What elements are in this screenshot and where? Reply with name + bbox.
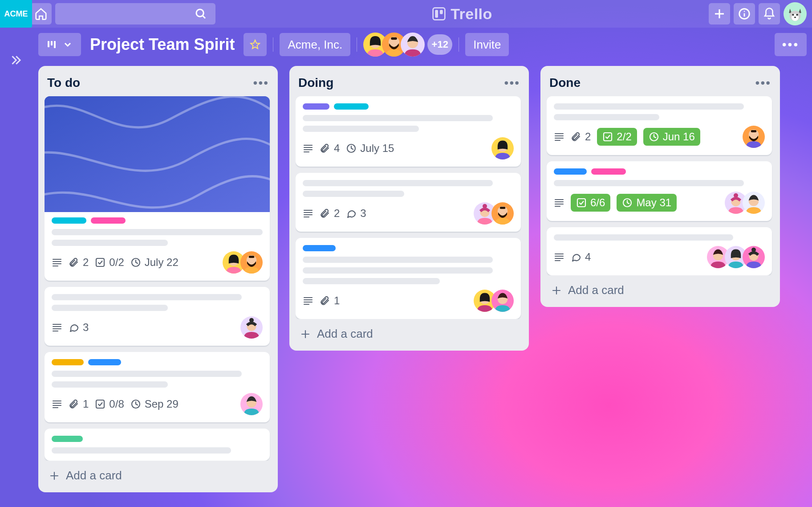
card-labels[interactable] [52,359,263,365]
description-icon [52,399,62,409]
list-title[interactable]: Done [549,76,581,90]
invite-button[interactable]: Invite [465,33,509,56]
svg-rect-44 [500,207,506,209]
ellipsis-icon: ••• [782,37,799,52]
comments-badge: 3 [69,321,89,334]
checklist-complete-badge: 6/6 [571,194,610,212]
card[interactable]: 6/6May 31 [547,161,772,221]
list-cards: 20/2July 22310/8Sep 29 [45,96,273,461]
card-labels[interactable] [52,217,263,224]
card-members [474,290,514,312]
list-title[interactable]: Doing [298,76,333,90]
card[interactable] [45,429,270,461]
board-members[interactable] [363,33,425,57]
member-avatar[interactable] [743,126,765,148]
card[interactable]: 23 [296,173,521,232]
comment-icon [69,322,79,333]
chevron-down-icon [62,39,73,50]
member-avatar[interactable] [743,246,765,268]
label-pink[interactable] [91,217,126,224]
member-avatar[interactable] [491,202,514,225]
label-pink[interactable] [591,168,626,175]
description-icon [554,131,564,142]
label-teal[interactable] [334,103,369,110]
member-avatar[interactable] [240,393,263,415]
card-labels[interactable] [303,245,514,251]
card-title-placeholder [303,115,514,132]
member-avatar[interactable] [240,316,263,339]
add-card-button[interactable]: Add a card [45,461,273,486]
home-button[interactable] [30,3,52,25]
card[interactable]: 10/8Sep 29 [45,352,270,422]
card[interactable]: 4July 15 [296,96,521,167]
search-input[interactable] [55,3,215,25]
member-avatar[interactable] [491,290,514,312]
checklist-badge: 0/2 [95,256,124,269]
comments-badge: 3 [346,207,366,220]
label-blue[interactable] [88,359,121,365]
label-yellow[interactable] [52,359,84,365]
label-blue[interactable] [554,168,587,175]
bell-icon [763,7,776,20]
card-badges: 3 [52,316,263,339]
member-avatar[interactable] [491,137,514,159]
due-complete-badge: Jun 16 [643,128,700,146]
workspace-badge[interactable]: ACME [0,0,32,28]
add-card-button[interactable]: Add a card [296,319,524,344]
card-members [707,246,765,268]
list-menu-button[interactable]: ••• [253,76,269,90]
card-labels[interactable] [52,436,263,442]
board-menu-button[interactable]: ••• [775,33,807,56]
card-members [474,202,514,225]
notifications-button[interactable] [759,3,780,25]
card-title-placeholder [52,229,263,246]
list-title[interactable]: To do [47,76,80,90]
card[interactable]: 4 [547,227,772,275]
member-avatar[interactable] [401,33,425,57]
org-label: Acme, Inc. [288,38,342,52]
card-labels[interactable] [554,168,765,175]
attachments-badge: 2 [571,131,591,143]
more-members-badge[interactable]: +12 [427,34,452,55]
add-card-button[interactable]: Add a card [547,275,775,301]
label-green[interactable] [52,436,83,442]
svg-point-18 [744,11,745,12]
svg-line-10 [203,16,205,18]
clock-icon [130,399,141,409]
create-button[interactable] [709,3,730,25]
star-icon [250,39,260,50]
label-blue[interactable] [303,245,336,251]
svg-rect-25 [48,41,49,47]
card-title-placeholder [554,234,765,241]
card-labels[interactable] [303,103,514,110]
attachment-icon [69,399,79,409]
board-canvas[interactable]: To do ••• 20/2July 22310/8Sep 29 Add a c… [38,66,812,507]
card[interactable]: 1 [296,238,521,319]
attachment-icon [320,295,330,306]
checklist-icon [95,399,106,409]
card[interactable]: 22/2Jun 16 [547,96,772,155]
svg-rect-11 [433,8,445,20]
info-button[interactable] [734,3,755,25]
attachments-badge: 2 [320,207,340,220]
label-teal[interactable] [52,217,86,224]
checklist-icon [576,197,587,208]
divider [357,37,357,52]
trello-icon [432,7,446,21]
board-view-switcher[interactable] [38,33,81,56]
label-purple[interactable] [303,103,329,110]
member-avatar[interactable] [240,251,263,274]
list-menu-button[interactable]: ••• [755,76,771,90]
card-badges: 10/8Sep 29 [52,393,263,415]
list-menu-button[interactable]: ••• [504,76,520,90]
org-button[interactable]: Acme, Inc. [280,33,350,56]
star-button[interactable] [244,33,267,56]
list: Done ••• 22/2Jun 166/6May 314 Add a card [540,66,780,307]
profile-avatar[interactable] [784,2,807,25]
card[interactable]: 3 [45,287,270,346]
card[interactable]: 20/2July 22 [45,96,270,281]
plus-icon [551,285,562,296]
description-badge [303,143,313,154]
board-title[interactable]: Project Team Spirit [87,35,237,54]
member-avatar[interactable] [743,192,765,214]
